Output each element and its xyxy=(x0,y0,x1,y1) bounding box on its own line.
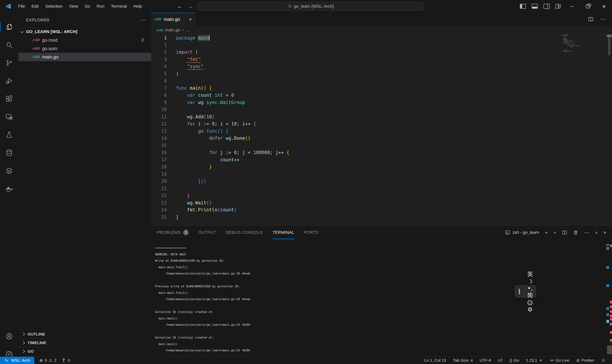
editor-more-actions-icon[interactable]: ⋯ xyxy=(600,16,606,22)
code-editor[interactable]: 1package main12import (3 "fmt"4 "sync"5)… xyxy=(151,34,612,226)
command-center-search[interactable]: go_learn [WSL: Arch] xyxy=(198,2,424,11)
ime-mode-english-icon[interactable]: 英 xyxy=(524,270,536,278)
status-cursor-position[interactable]: Ln 1, Col 13 xyxy=(424,358,446,363)
ime-drag-handle[interactable] xyxy=(515,286,524,298)
customize-layout-icon[interactable] xyxy=(555,4,561,9)
file-row-main-go[interactable]: GOmain.go xyxy=(18,53,151,61)
menu-selection[interactable]: Selection xyxy=(42,0,66,13)
menu-file[interactable]: File xyxy=(15,0,28,13)
toggle-primary-sidebar-icon[interactable] xyxy=(520,4,526,9)
terminal-output[interactable]: ================== WARNING: DATA RACE Wr… xyxy=(155,245,250,354)
kill-terminal-icon[interactable] xyxy=(573,230,578,235)
status-language-mode[interactable]: {}Go xyxy=(509,358,519,363)
close-tab-icon[interactable]: × xyxy=(189,16,192,22)
explorer-more-actions-icon[interactable]: ⋯ xyxy=(140,17,146,23)
activity-source-control-icon[interactable] xyxy=(0,54,18,72)
section-timeline[interactable]: TIMELINE xyxy=(18,338,151,347)
ime-fullwidth-toggle-icon[interactable]: ☽ xyxy=(524,278,536,285)
maximize-panel-icon[interactable]: ∧ xyxy=(595,230,598,234)
section-outline[interactable]: OUTLINE xyxy=(18,330,151,338)
ime-emoji-picker-icon[interactable]: ☺ xyxy=(524,299,536,306)
panel-tab-ports[interactable]: PORTS xyxy=(304,226,319,239)
project-root-folder[interactable]: GO_LEARN [WSL: ARCH] xyxy=(18,27,151,36)
toggle-secondary-sidebar-icon[interactable] xyxy=(544,4,550,9)
close-panel-icon[interactable]: × xyxy=(603,230,606,235)
split-terminal-icon[interactable] xyxy=(562,230,567,235)
line-number: 7 xyxy=(151,85,167,92)
terminal-dropdown-icon[interactable]: ∨ xyxy=(554,230,556,234)
status-label: UTF-8 xyxy=(480,358,491,363)
toggle-panel-icon[interactable] xyxy=(532,4,538,9)
line-content xyxy=(176,42,612,49)
ime-simplified-toggle-icon[interactable]: 简 xyxy=(524,292,536,299)
status-label: Prettier xyxy=(581,358,594,363)
ports-indicator[interactable]: 0 xyxy=(61,358,70,363)
status-indentation[interactable]: Tab Size: 4 xyxy=(453,358,473,363)
error-count: 0 xyxy=(45,358,47,363)
layout-controls xyxy=(520,0,561,13)
menu-run[interactable]: Run xyxy=(93,0,108,13)
activity-testing-icon[interactable] xyxy=(0,126,18,143)
text-cursor xyxy=(209,35,210,40)
menu-view[interactable]: View xyxy=(66,0,81,13)
activity-extensions-icon[interactable] xyxy=(0,90,18,107)
file-row-go-mod[interactable]: GOgo.mod2 xyxy=(18,36,151,44)
ime-settings-icon[interactable]: ⚙ xyxy=(524,306,536,313)
line-number: 8 xyxy=(151,92,167,99)
status-encoding[interactable]: UTF-8 xyxy=(480,358,491,363)
activity-layers-icon[interactable] xyxy=(0,162,18,179)
terminal-instance-label[interactable]: zsh - go_learn xyxy=(505,230,539,235)
forward-icon[interactable]: → xyxy=(188,3,193,10)
activity-run-and-debug-icon[interactable] xyxy=(0,72,18,90)
file-row-go-sum[interactable]: GOgo.sum xyxy=(18,44,151,53)
menu-edit[interactable]: Edit xyxy=(28,0,42,13)
panel-tab-bar: PROBLEMS2OUTPUTDEBUG CONSOLETERMINALPORT… xyxy=(157,226,319,239)
status-prettier[interactable]: ⊘Prettier xyxy=(576,358,594,363)
vscode-logo-icon xyxy=(5,3,12,10)
breadcrumb[interactable]: GO main.go › … xyxy=(151,26,612,34)
activity-bar xyxy=(0,13,19,357)
new-terminal-icon[interactable]: + xyxy=(545,230,548,235)
code-line: 6 xyxy=(151,78,612,85)
breadcrumb-file[interactable]: main.go xyxy=(165,27,180,32)
editor-scrollbar[interactable] xyxy=(608,35,611,55)
panel-tab-debug-console[interactable]: DEBUG CONSOLE xyxy=(226,226,263,239)
close-window-button[interactable]: × xyxy=(596,0,612,13)
menu-go[interactable]: Go xyxy=(81,0,93,13)
minimap[interactable]: package mainimport ( "fmt" "sync")func m… xyxy=(561,35,609,53)
ime-punctuation-toggle-icon[interactable]: •, xyxy=(524,285,536,292)
status-eol[interactable]: LF xyxy=(498,358,503,363)
back-icon[interactable]: ← xyxy=(177,3,183,10)
line-content: var count int = 0 xyxy=(176,92,612,99)
bottom-panel: PROBLEMS2OUTPUTDEBUG CONSOLETERMINALPORT… xyxy=(151,226,612,357)
minimize-button[interactable]: ─ xyxy=(564,0,580,13)
status-go-version[interactable]: 1.23.1 xyxy=(526,358,543,363)
panel-tab-problems[interactable]: PROBLEMS2 xyxy=(157,226,189,239)
menu-help[interactable]: Help xyxy=(130,0,145,13)
remote-indicator[interactable]: WSL: Arch xyxy=(0,357,34,364)
problems-indicator[interactable]: ⊗ 0 ⚠ 2 xyxy=(39,358,56,363)
terminal-scrollbar-handle[interactable] xyxy=(607,345,612,354)
panel-tab-label: OUTPUT xyxy=(198,230,216,235)
line-content: fmt.Println(count) xyxy=(176,207,612,214)
split-editor-icon[interactable] xyxy=(588,16,594,22)
activity-explorer-icon[interactable] xyxy=(0,18,18,36)
panel-tab-output[interactable]: OUTPUT xyxy=(198,226,216,239)
panel-tab-terminal[interactable]: TERMINAL xyxy=(273,226,294,239)
status-notifications[interactable] xyxy=(601,358,606,363)
line-content xyxy=(176,106,612,113)
panel-more-actions-icon[interactable]: ⋯ xyxy=(584,229,589,236)
section-go[interactable]: GO xyxy=(18,347,151,356)
status-go-live[interactable]: Go Live xyxy=(550,358,569,363)
tab-main-go[interactable]: GO main.go × xyxy=(151,13,196,26)
line-number: 5 xyxy=(151,70,167,78)
activity-search-icon[interactable] xyxy=(0,36,18,53)
code-line: 22 } xyxy=(151,192,612,199)
menu-terminal[interactable]: Terminal xyxy=(108,0,130,13)
accounts-icon[interactable] xyxy=(0,328,18,345)
restore-button[interactable] xyxy=(580,0,596,13)
activity-docker-icon[interactable] xyxy=(0,180,18,197)
breadcrumb-symbol[interactable]: … xyxy=(186,27,190,32)
activity-database-icon[interactable] xyxy=(0,144,18,161)
activity-remote-explorer-icon[interactable] xyxy=(0,108,18,125)
